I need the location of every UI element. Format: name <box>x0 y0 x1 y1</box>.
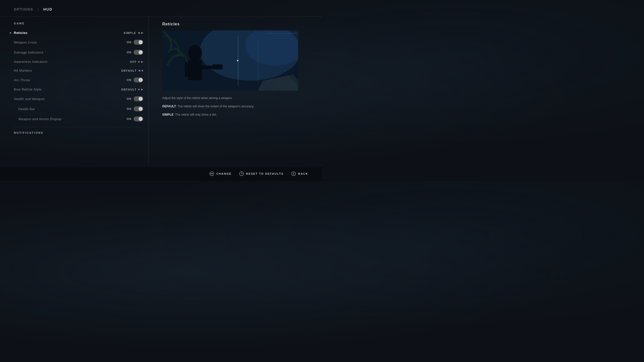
reticles-value: SIMPLE <box>124 31 136 34</box>
damage-indicators-value: ON <box>127 51 132 54</box>
weapon-cross-control[interactable]: ON <box>127 40 143 45</box>
weapon-ammo-value: ON <box>127 117 132 120</box>
damage-indicators-toggle[interactable] <box>134 50 143 55</box>
reticles-arrow-left[interactable]: ◀ <box>138 31 140 34</box>
svg-rect-9 <box>197 62 202 77</box>
description-default-term: DEFAULT <box>162 105 176 108</box>
description-simple: SIMPLE: The reticle will only show a dot… <box>162 112 298 117</box>
health-and-weapon-toggle-knob <box>139 97 143 101</box>
section-game-header: GAME <box>14 22 148 25</box>
health-bar-toggle[interactable] <box>134 106 143 111</box>
awareness-indicators-value: OFF <box>130 60 137 63</box>
damage-indicators-toggle-knob <box>139 50 143 54</box>
preview-image <box>162 30 298 91</box>
back-button[interactable]: BACK <box>291 171 308 176</box>
health-and-weapon-control[interactable]: ON <box>127 96 143 101</box>
setting-item-health-bar[interactable]: Health Bar ON <box>14 104 148 114</box>
setting-name-weapon-ammo-display: Weapon and Ammo Display <box>18 117 62 121</box>
back-label: BACK <box>298 172 308 175</box>
bow-reticle-value: DEFAULT <box>122 88 137 91</box>
health-and-weapon-toggle[interactable] <box>134 96 143 101</box>
weapon-cross-toggle-knob <box>139 40 143 44</box>
reset-icon-svg <box>239 171 244 176</box>
bow-reticle-dot <box>138 89 140 90</box>
setting-item-arc-throw[interactable]: Arc-Throw ON <box>14 75 148 85</box>
header-options-label: OPTIONS <box>14 7 33 11</box>
reset-icon <box>239 171 244 176</box>
weapon-ammo-toggle-knob <box>139 117 143 121</box>
setting-name-bow-reticle-style: Bow Reticle Style <box>14 87 42 91</box>
reset-button[interactable]: RESET TO DEFAULTS <box>239 171 284 176</box>
description-simple-term: SIMPLE <box>162 113 174 116</box>
section-divider <box>14 127 143 127</box>
settings-list: Reticles SIMPLE ◀ ▶ Weapon Cross ON <box>14 28 148 124</box>
setting-item-damage-indicators[interactable]: Damage Indicators ON <box>14 47 148 57</box>
change-icon <box>209 171 214 176</box>
change-button[interactable]: CHANGE <box>209 171 231 176</box>
damage-indicators-control[interactable]: ON <box>127 50 143 55</box>
hit-markers-control[interactable]: DEFAULT ◀ <box>122 69 143 72</box>
right-panel: Reticles <box>148 17 322 165</box>
description-intro: Adjust the style of the reticle when aim… <box>162 96 298 101</box>
reset-label: RESET TO DEFAULTS <box>246 172 284 175</box>
bow-reticle-arrow-right[interactable]: ▶ <box>141 88 143 91</box>
change-label: CHANGE <box>216 172 231 175</box>
setting-name-health-bar: Health Bar <box>18 107 35 111</box>
change-icon-svg <box>209 171 214 176</box>
setting-item-weapon-cross[interactable]: Weapon Cross ON <box>14 37 148 47</box>
arc-throw-toggle-knob <box>139 78 143 82</box>
setting-name-reticles: Reticles <box>14 31 27 35</box>
svg-rect-11 <box>213 64 223 69</box>
setting-name-awareness-indicators: Awareness Indicators <box>14 60 48 64</box>
header: OPTIONS | HUD <box>0 0 322 17</box>
setting-name-weapon-cross: Weapon Cross <box>14 40 37 44</box>
back-icon-svg <box>291 171 296 176</box>
section-notifications-header: NOTIFICATIONS <box>14 131 148 134</box>
health-bar-value: ON <box>127 107 132 110</box>
svg-rect-5 <box>268 33 298 34</box>
weapon-ammo-control[interactable]: ON <box>127 116 143 121</box>
hit-markers-value: DEFAULT <box>122 69 137 72</box>
svg-rect-4 <box>258 38 258 83</box>
setting-name-hit-markers: Hit Markers <box>14 69 32 72</box>
weapon-cross-value: ON <box>127 41 132 44</box>
svg-point-6 <box>188 45 202 61</box>
preview-background-svg <box>162 30 298 91</box>
description-block: Adjust the style of the reticle when aim… <box>162 96 298 117</box>
setting-item-bow-reticle-style[interactable]: Bow Reticle Style DEFAULT ▶ <box>14 85 148 94</box>
header-hud-label: HUD <box>43 7 52 11</box>
bottom-bar: CHANGE RESET TO DEFAULTS BACK <box>0 166 322 181</box>
svg-point-16 <box>292 172 296 176</box>
reticles-control[interactable]: SIMPLE ◀ ▶ <box>124 31 143 34</box>
setting-item-reticles[interactable]: Reticles SIMPLE ◀ ▶ <box>14 28 148 37</box>
arc-throw-control[interactable]: ON <box>127 77 143 82</box>
main-layout: GAME Reticles SIMPLE ◀ ▶ Weapon Cross ON <box>0 17 322 165</box>
svg-point-12 <box>237 60 238 61</box>
arc-throw-toggle[interactable] <box>134 77 143 82</box>
hit-markers-arrow-left[interactable]: ◀ <box>138 69 140 72</box>
description-default-text: : The reticle will show the extent of th… <box>176 105 254 108</box>
svg-rect-8 <box>185 62 190 77</box>
setting-item-health-and-weapon[interactable]: Health and Weapon ON <box>14 94 148 104</box>
setting-item-hit-markers[interactable]: Hit Markers DEFAULT ◀ <box>14 66 148 75</box>
setting-name-arc-throw: Arc-Throw <box>14 78 30 82</box>
setting-item-weapon-ammo-display[interactable]: Weapon and Ammo Display ON <box>14 114 148 124</box>
setting-item-awareness-indicators[interactable]: Awareness Indicators OFF ▶ <box>14 57 148 66</box>
bow-reticle-control[interactable]: DEFAULT ▶ <box>122 88 143 91</box>
setting-name-damage-indicators: Damage Indicators <box>14 51 44 54</box>
back-icon <box>291 171 296 176</box>
awareness-indicators-arrow-right[interactable]: ▶ <box>141 60 143 63</box>
health-bar-control[interactable]: ON <box>127 106 143 111</box>
health-bar-toggle-knob <box>139 107 143 111</box>
svg-point-14 <box>211 173 211 174</box>
awareness-indicators-dot <box>138 61 140 63</box>
left-panel: GAME Reticles SIMPLE ◀ ▶ Weapon Cross ON <box>0 17 148 165</box>
reticles-arrow-right[interactable]: ▶ <box>141 31 143 34</box>
awareness-indicators-control[interactable]: OFF ▶ <box>130 60 143 63</box>
arc-throw-value: ON <box>127 78 132 81</box>
description-simple-text: : The reticle will only show a dot. <box>174 113 217 116</box>
weapon-ammo-toggle[interactable] <box>134 116 143 121</box>
detail-title: Reticles <box>162 22 308 26</box>
description-default: DEFAULT: The reticle will show the exten… <box>162 104 298 109</box>
weapon-cross-toggle[interactable] <box>134 40 143 45</box>
